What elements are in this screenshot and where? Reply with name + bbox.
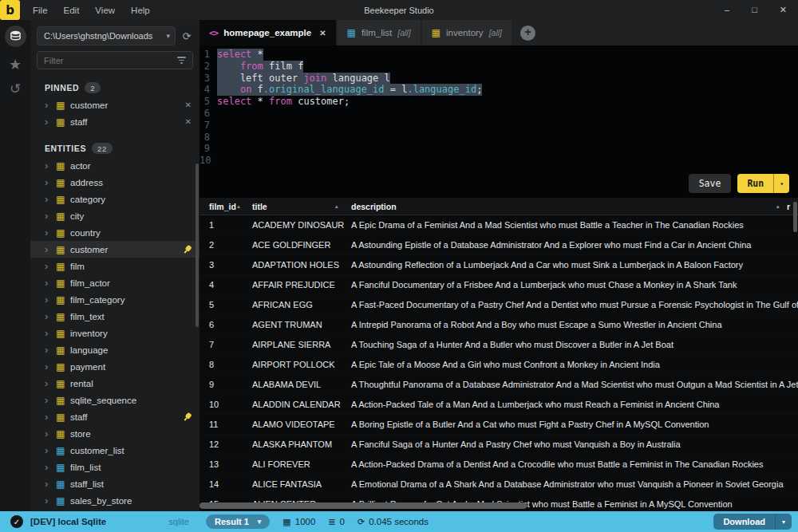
chevron-right-icon[interactable]: › <box>45 344 56 356</box>
cell-description[interactable]: A Epic Drama of a Feminist And a Mad Sci… <box>346 220 798 230</box>
cell-description[interactable]: A Fast-Paced Documentary of a Pastry Che… <box>346 300 798 309</box>
tab-film-list[interactable]: ▦ film_list [all] <box>338 20 421 45</box>
chevron-right-icon[interactable]: › <box>45 495 56 506</box>
chevron-right-icon[interactable]: › <box>45 478 56 490</box>
cell-title[interactable]: AIRPLANE SIERRA <box>246 340 346 349</box>
entity-item[interactable]: › ▦ sqlite_sequence <box>30 392 200 408</box>
chevron-right-icon[interactable]: › <box>45 116 56 128</box>
cell-title[interactable]: ALABAMA DEVIL <box>246 380 346 389</box>
entity-item[interactable]: › ▦ rental <box>30 375 200 392</box>
entity-item[interactable]: › ▦ actor <box>30 157 200 174</box>
table-row[interactable]: 14 ALICE FANTASIA A Emotional Drama of a… <box>200 475 798 495</box>
entity-item[interactable]: › ▦ country <box>30 224 200 241</box>
chevron-right-icon[interactable]: › <box>45 444 56 456</box>
menu-item[interactable]: Help <box>131 6 150 15</box>
cell-film-id[interactable]: 11 <box>200 420 246 429</box>
table-row[interactable]: 5 AFRICAN EGG A Fast-Paced Documentary o… <box>200 295 798 315</box>
tab-inventory[interactable]: ▦ inventory [all] <box>422 20 512 45</box>
history-tab-button[interactable]: ↺ <box>10 82 21 96</box>
cell-description[interactable]: A Fanciful Saga of a Hunter And a Pastry… <box>346 439 798 449</box>
download-button[interactable]: Download ▾ <box>713 514 792 530</box>
close-tab-icon[interactable]: ✕ <box>319 29 326 37</box>
tab-homepage-example[interactable]: <> homepage_example ✕ <box>200 20 336 45</box>
cell-film-id[interactable]: 1 <box>200 220 246 230</box>
cell-title[interactable]: ACE GOLDFINGER <box>246 240 346 250</box>
cell-description[interactable]: A Epic Tale of a Moose And a Girl who mu… <box>346 360 798 369</box>
entity-item[interactable]: › ▦ film_text <box>30 308 200 325</box>
cell-title[interactable]: ALI FOREVER <box>246 459 346 469</box>
cell-title[interactable]: ALAMO VIDEOTAPE <box>246 420 346 429</box>
chevron-right-icon[interactable]: › <box>45 394 56 406</box>
minimize-button[interactable]: – <box>725 5 729 15</box>
cell-description[interactable]: A Action-Packed Drama of a Dentist And a… <box>346 459 798 469</box>
chevron-right-icon[interactable]: › <box>45 260 56 272</box>
cell-title[interactable]: ALICE FANTASIA <box>246 479 346 489</box>
refresh-icon[interactable]: ⟳ <box>180 30 193 42</box>
entity-item[interactable]: › ▦ store <box>30 425 200 442</box>
app-logo-icon[interactable]: b <box>0 0 20 20</box>
entity-item[interactable]: › ▦ language <box>30 341 200 358</box>
table-row[interactable]: 9 ALABAMA DEVIL A Thoughtful Panorama of… <box>200 375 798 395</box>
column-header-film-id[interactable]: film_id ▲ <box>200 202 246 211</box>
chevron-right-icon[interactable]: › <box>45 193 56 205</box>
entity-item[interactable]: › ▦ film <box>30 258 200 274</box>
menu-item[interactable]: File <box>33 6 48 15</box>
table-row[interactable]: 7 AIRPLANE SIERRA A Touching Saga of a H… <box>200 335 798 355</box>
cell-film-id[interactable]: 12 <box>200 439 246 449</box>
entity-item[interactable]: › ▦ sales_by_store <box>30 492 200 509</box>
cell-description[interactable]: A Boring Epistle of a Butler And a Cat w… <box>346 420 798 429</box>
chevron-right-icon[interactable]: › <box>45 461 56 473</box>
save-button[interactable]: Save <box>689 174 732 193</box>
cell-description[interactable]: A Thoughtful Panorama of a Database Admi… <box>346 380 798 389</box>
table-row[interactable]: 13 ALI FOREVER A Action-Packed Drama of … <box>200 455 798 475</box>
chevron-right-icon[interactable]: › <box>45 310 56 322</box>
entity-item[interactable]: › ▦ category <box>30 191 200 207</box>
pinned-item[interactable]: › ▦ staff ✕ <box>30 113 200 130</box>
chevron-right-icon[interactable]: › <box>45 243 56 255</box>
entity-item[interactable]: › ▦ staff <box>30 408 200 425</box>
cell-film-id[interactable]: 2 <box>200 240 246 250</box>
table-row[interactable]: 12 ALASKA PHANTOM A Fanciful Saga of a H… <box>200 435 798 455</box>
horizontal-scrollbar[interactable] <box>200 502 527 509</box>
sql-editor[interactable]: 1select *2 from film f3 left outer join … <box>200 45 798 198</box>
table-row[interactable]: 8 AIRPORT POLLOCK A Epic Tale of a Moose… <box>200 355 798 375</box>
entity-item[interactable]: › ▦ staff_list <box>30 475 200 492</box>
cell-title[interactable]: ALASKA PHANTOM <box>246 439 346 449</box>
chevron-right-icon[interactable]: › <box>45 428 56 439</box>
pinned-item[interactable]: › ▦ customer ✕ <box>30 97 200 113</box>
chevron-right-icon[interactable]: › <box>45 176 56 188</box>
entity-item[interactable]: › ▦ payment <box>30 358 200 375</box>
cell-description[interactable]: A Astounding Epistle of a Database Admin… <box>346 240 798 250</box>
cell-title[interactable]: AFFAIR PREJUDICE <box>246 280 346 290</box>
chevron-right-icon[interactable]: › <box>45 160 56 171</box>
table-row[interactable]: 10 ALADDIN CALENDAR A Action-Packed Tale… <box>200 395 798 415</box>
chevron-right-icon[interactable]: › <box>45 99 56 111</box>
unpin-icon[interactable]: ✕ <box>185 117 192 126</box>
favorites-tab-button[interactable]: ★ <box>9 57 22 72</box>
column-header-title[interactable]: title ▲ <box>246 202 346 211</box>
cell-film-id[interactable]: 9 <box>200 380 246 389</box>
cell-description[interactable]: A Emotional Drama of a A Shark And a Dat… <box>346 479 798 489</box>
connection-select[interactable]: C:\Users\ghstng\Downloads ▾ <box>37 26 176 45</box>
entity-item[interactable]: › ▦ film_actor <box>30 274 200 291</box>
table-row[interactable]: 2 ACE GOLDFINGER A Astounding Epistle of… <box>200 235 798 255</box>
table-row[interactable]: 6 AGENT TRUMAN A Intrepid Panorama of a … <box>200 315 798 335</box>
entity-item[interactable]: › ▦ customer <box>30 241 200 258</box>
cell-title[interactable]: ADAPTATION HOLES <box>246 260 346 270</box>
table-row[interactable]: 1 ACADEMY DINOSAUR A Epic Drama of a Fem… <box>200 215 798 235</box>
cell-film-id[interactable]: 8 <box>200 360 246 369</box>
chevron-right-icon[interactable]: › <box>45 210 56 222</box>
download-dropdown-button[interactable]: ▾ <box>775 514 792 530</box>
cell-title[interactable]: ALADDIN CALENDAR <box>246 400 346 409</box>
menu-item[interactable]: Edit <box>64 6 80 15</box>
close-button[interactable]: ✕ <box>780 5 787 15</box>
cell-film-id[interactable]: 6 <box>200 320 246 329</box>
cell-film-id[interactable]: 3 <box>200 260 246 270</box>
cell-description[interactable]: A Astounding Reflection of a Lumberjack … <box>346 260 798 270</box>
cell-title[interactable]: AGENT TRUMAN <box>246 320 346 329</box>
cell-title[interactable]: AFRICAN EGG <box>246 300 346 309</box>
vertical-scrollbar[interactable] <box>793 202 797 232</box>
result-selector[interactable]: Result 1 ▾ <box>206 514 270 529</box>
cell-film-id[interactable]: 5 <box>200 300 246 309</box>
cell-film-id[interactable]: 7 <box>200 340 246 349</box>
